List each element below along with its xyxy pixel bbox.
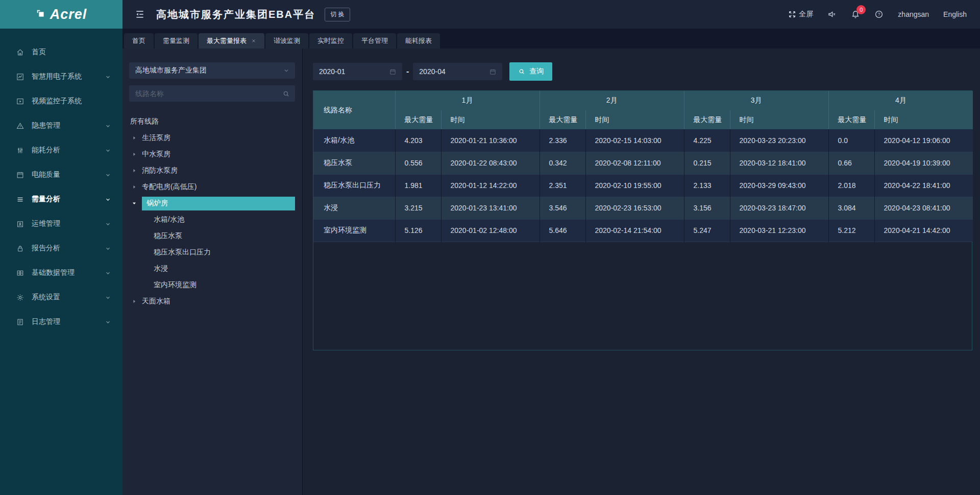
sidebar-item-label: 需量分析 xyxy=(32,195,97,204)
sidebar-item-label: 系统设置 xyxy=(32,293,97,302)
caret-right-icon[interactable] xyxy=(131,184,137,190)
page-title: 高地城市服务产业集团EBA平台 xyxy=(156,8,315,21)
list-icon xyxy=(15,195,24,204)
caret-right-icon[interactable] xyxy=(131,151,137,157)
username[interactable]: zhangsan xyxy=(898,10,929,18)
help-icon[interactable]: ? xyxy=(874,10,884,19)
cell-time: 2020-03-23 18:47:00 xyxy=(730,197,828,219)
sidebar-item-video[interactable]: 视频监控子系统 xyxy=(0,89,122,113)
tree-node-label: 中水泵房 xyxy=(142,150,170,159)
cell-max-demand: 5.247 xyxy=(684,219,730,242)
logo-text: Acrel xyxy=(50,7,87,22)
tab-1[interactable]: 需量监测 xyxy=(155,33,198,49)
table-row: 稳压水泵出口压力1.9812020-01-12 14:22:002.351202… xyxy=(313,174,973,197)
sidebar-item-label: 日志管理 xyxy=(32,317,97,326)
tree-root-all-lines[interactable]: 所有线路 xyxy=(129,113,295,130)
date-to-input[interactable]: 2020-04 xyxy=(413,63,502,80)
tree-child-node[interactable]: 水箱/水池 xyxy=(129,211,295,228)
tab-max-demand-report[interactable]: 最大需量报表 xyxy=(199,33,264,49)
max-demand-report-table-container: 线路名称1月2月3月4月最大需量时间最大需量时间最大需量时间最大需量时间水箱/水… xyxy=(313,90,972,350)
organization-select[interactable]: 高地城市服务产业集团 xyxy=(129,62,295,79)
column-header-max-demand: 最大需量 xyxy=(540,110,585,129)
chevron-down-icon xyxy=(105,294,111,301)
cell-time: 2020-04-21 14:42:00 xyxy=(874,219,973,242)
query-button-label: 查询 xyxy=(529,67,544,76)
line-search-input[interactable] xyxy=(135,89,282,98)
sidebar-item-sliders[interactable]: 能耗分析 xyxy=(0,138,122,162)
switch-button[interactable]: 切 换 xyxy=(325,8,350,21)
cell-line-name: 室内环境监测 xyxy=(313,219,395,242)
cell-time: 2020-01-23 13:41:00 xyxy=(441,197,540,219)
menu-collapse-icon[interactable] xyxy=(135,9,145,19)
tab-0[interactable]: 首页 xyxy=(124,33,154,49)
tab-6[interactable]: 能耗报表 xyxy=(397,33,440,49)
close-icon[interactable] xyxy=(251,38,256,43)
sidebar-item-warning[interactable]: 隐患管理 xyxy=(0,113,122,138)
tree-child-node[interactable]: 稳压水泵出口压力 xyxy=(129,244,295,261)
cell-max-demand: 3.084 xyxy=(828,197,874,219)
date-from-value: 2020-01 xyxy=(319,67,345,76)
caret-down-icon[interactable] xyxy=(131,200,137,206)
sidebar-item-label: 报告分析 xyxy=(32,244,97,253)
cell-time: 2020-03-23 20:23:00 xyxy=(730,129,828,152)
content-row: 高地城市服务产业集团 所有线路生活泵房中水泵房消防水泵房专配电房(高低压)锅炉房… xyxy=(122,49,980,495)
chevron-down-icon xyxy=(105,172,111,178)
caret-right-icon[interactable] xyxy=(131,298,137,304)
tree-node[interactable]: 天面水箱 xyxy=(129,293,295,310)
column-header-max-demand: 最大需量 xyxy=(828,110,874,129)
tree-node[interactable]: 消防水泵房 xyxy=(129,162,295,179)
date-from-input[interactable]: 2020-01 xyxy=(313,63,402,80)
fullscreen-button[interactable]: 全屏 xyxy=(788,10,813,19)
cell-max-demand: 4.225 xyxy=(684,129,730,152)
warning-icon xyxy=(15,122,24,130)
database-icon xyxy=(15,269,24,277)
sidebar-item-chart[interactable]: 智慧用电子系统 xyxy=(0,64,122,89)
cell-max-demand: 0.66 xyxy=(828,152,874,174)
caret-right-icon[interactable] xyxy=(131,168,137,174)
tab-4[interactable]: 实时监控 xyxy=(309,33,352,49)
sliders-icon xyxy=(15,146,24,155)
sidebar-item-lock[interactable]: 报告分析 xyxy=(0,236,122,261)
sidebar-item-list[interactable]: 需量分析 xyxy=(0,187,122,211)
column-header-time: 时间 xyxy=(874,110,973,129)
tree-node[interactable]: 生活泵房 xyxy=(129,130,295,146)
sidebar-item-log[interactable]: 日志管理 xyxy=(0,310,122,334)
tree-node[interactable]: 锅炉房 xyxy=(129,195,295,211)
cell-time: 2020-02-15 14:03:00 xyxy=(585,129,684,152)
tree-child-label: 水箱/水池 xyxy=(154,215,184,224)
cell-max-demand: 3.156 xyxy=(684,197,730,219)
sidebar-item-home[interactable]: 首页 xyxy=(0,40,122,64)
cell-time: 2020-02-23 16:53:00 xyxy=(585,197,684,219)
tree-child-node[interactable]: 水浸 xyxy=(129,261,295,277)
tab-label: 平台管理 xyxy=(361,36,388,45)
cell-time: 2020-04-12 19:06:00 xyxy=(874,129,973,152)
sidebar-item-label: 能耗分析 xyxy=(32,146,97,155)
sidebar-item-gear[interactable]: 系统设置 xyxy=(0,285,122,310)
mute-speaker-icon[interactable] xyxy=(827,10,837,19)
tree-node-label: 天面水箱 xyxy=(142,297,170,306)
sidebar-menu: 首页智慧用电子系统视频监控子系统隐患管理能耗分析电能质量需量分析运维管理报告分析… xyxy=(0,29,122,495)
tab-label: 能耗报表 xyxy=(405,36,432,45)
caret-right-icon[interactable] xyxy=(131,135,137,141)
tree-child-label: 水浸 xyxy=(154,264,168,273)
sidebar-item-calendar[interactable]: 电能质量 xyxy=(0,162,122,187)
tree-node[interactable]: 中水泵房 xyxy=(129,146,295,162)
tab-5[interactable]: 平台管理 xyxy=(353,33,396,49)
tree-node[interactable]: 专配电房(高低压) xyxy=(129,179,295,195)
tree-child-node[interactable]: 室内环境监测 xyxy=(129,277,295,293)
sidebar-item-label: 隐患管理 xyxy=(32,121,97,130)
language-switch[interactable]: English xyxy=(943,10,967,18)
cell-line-name: 水箱/水池 xyxy=(313,129,395,152)
cell-time: 2020-03-29 09:43:00 xyxy=(730,174,828,197)
sidebar-item-ops[interactable]: 运维管理 xyxy=(0,211,122,236)
tab-3[interactable]: 谐波监测 xyxy=(265,33,308,49)
query-button[interactable]: 查询 xyxy=(509,62,552,81)
search-icon[interactable] xyxy=(282,90,290,98)
sidebar-item-label: 视频监控子系统 xyxy=(32,97,111,106)
tree-child-node[interactable]: 稳压水泵 xyxy=(129,228,295,244)
sidebar-item-database[interactable]: 基础数据管理 xyxy=(0,261,122,285)
tree-node-label: 生活泵房 xyxy=(142,133,170,143)
notification-bell[interactable]: 0 xyxy=(851,10,860,19)
date-range-separator: - xyxy=(406,67,409,76)
lock-icon xyxy=(15,244,24,253)
